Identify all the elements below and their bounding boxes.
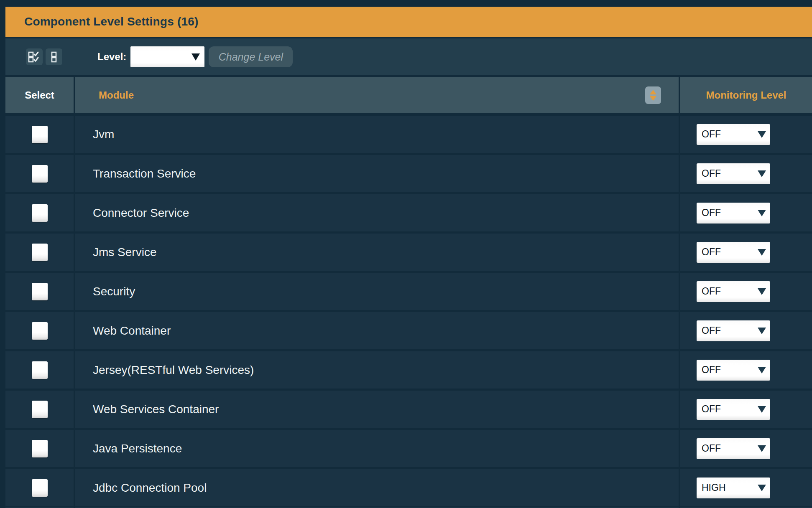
module-name: Transaction Service [93, 167, 196, 180]
monitoring-level-select[interactable]: OFF [697, 360, 770, 381]
chevron-down-icon [758, 485, 766, 491]
chevron-down-icon [758, 328, 766, 334]
deselect-all-button[interactable] [46, 48, 62, 65]
chevron-down-icon [758, 445, 766, 452]
chevron-down-icon [758, 367, 766, 373]
component-level-settings-panel: Component Level Settings (16) Level [5, 7, 812, 508]
chevron-down-icon [758, 249, 766, 256]
monitoring-level-value: OFF [702, 364, 758, 376]
row-checkbox[interactable] [32, 283, 48, 300]
panel-title-bar: Component Level Settings (16) [5, 7, 812, 37]
table-row: Java Persistence OFF [5, 430, 812, 467]
row-checkbox[interactable] [32, 440, 48, 457]
table-row: Connector Service OFF [5, 194, 812, 231]
change-level-button[interactable]: Change Level [209, 46, 293, 67]
module-name: Jms Service [93, 246, 156, 259]
chevron-down-icon [192, 53, 200, 61]
module-name: Java Persistence [93, 442, 182, 455]
deselect-all-icon [51, 51, 57, 63]
column-header-monitoring-level: Monitoring Level [680, 77, 812, 113]
chevron-down-icon [758, 406, 766, 413]
monitoring-level-select[interactable]: OFF [697, 203, 770, 224]
monitoring-level-value: OFF [702, 286, 758, 297]
row-checkbox[interactable] [32, 126, 48, 143]
select-all-button[interactable] [26, 48, 43, 65]
module-name: Security [93, 285, 135, 298]
chevron-down-icon [758, 131, 766, 138]
row-checkbox[interactable] [32, 361, 48, 379]
monitoring-level-select[interactable]: OFF [697, 242, 770, 263]
monitoring-level-value: OFF [702, 246, 758, 258]
monitoring-level-select[interactable]: OFF [697, 438, 770, 459]
module-name: Web Container [93, 324, 171, 338]
chevron-down-icon [758, 170, 766, 177]
table-row: Jdbc Connection Pool HIGH [5, 469, 812, 506]
row-checkbox[interactable] [32, 204, 48, 222]
table-row: Security OFF [5, 273, 812, 310]
monitoring-level-select[interactable]: OFF [697, 124, 770, 145]
table-header: Select Module Monitoring Level [5, 77, 812, 113]
module-name: Web Services Container [93, 403, 219, 416]
table-row: Web Services Container OFF [5, 391, 812, 428]
toolbar: Level: Change Level [5, 38, 812, 75]
monitoring-level-value: OFF [702, 129, 758, 140]
monitoring-level-value: OFF [702, 207, 758, 218]
chevron-down-icon [758, 210, 766, 216]
chevron-down-icon [758, 288, 766, 295]
table-row: Web Container OFF [5, 312, 812, 349]
column-header-module: Module [75, 77, 679, 113]
sort-up-icon [650, 90, 656, 94]
module-name: Jersey(RESTful Web Services) [93, 363, 254, 377]
monitoring-level-select[interactable]: OFF [697, 399, 770, 420]
page-title: Component Level Settings (16) [24, 15, 199, 28]
row-checkbox[interactable] [32, 244, 48, 261]
column-header-select: Select [5, 77, 74, 113]
row-checkbox[interactable] [32, 479, 48, 497]
sort-down-icon [650, 96, 656, 101]
monitoring-level-select[interactable]: HIGH [697, 478, 770, 498]
row-checkbox[interactable] [32, 165, 48, 183]
monitoring-level-select[interactable]: OFF [697, 281, 770, 302]
table-body: Jvm OFF Transaction Service OFF Connec [5, 116, 812, 508]
module-name: Jvm [93, 128, 114, 141]
monitoring-level-select[interactable]: OFF [697, 320, 770, 341]
monitoring-level-value: OFF [702, 443, 758, 454]
monitoring-level-select[interactable]: OFF [697, 163, 770, 184]
row-checkbox[interactable] [32, 401, 48, 418]
monitoring-level-value: OFF [702, 404, 758, 415]
monitoring-level-value: HIGH [702, 482, 758, 493]
table-row: Transaction Service OFF [5, 155, 812, 192]
module-name: Connector Service [93, 206, 189, 220]
table-row: Jms Service OFF [5, 234, 812, 271]
module-name: Jdbc Connection Pool [93, 481, 207, 495]
monitoring-level-value: OFF [702, 325, 758, 336]
level-label: Level: [97, 51, 126, 63]
row-checkbox[interactable] [32, 322, 48, 340]
table-row: Jersey(RESTful Web Services) OFF [5, 351, 812, 389]
sort-button[interactable] [645, 86, 661, 104]
monitoring-level-value: OFF [702, 168, 758, 179]
select-all-icon [28, 51, 41, 63]
level-select[interactable] [130, 46, 204, 67]
table-row: Jvm OFF [5, 116, 812, 153]
